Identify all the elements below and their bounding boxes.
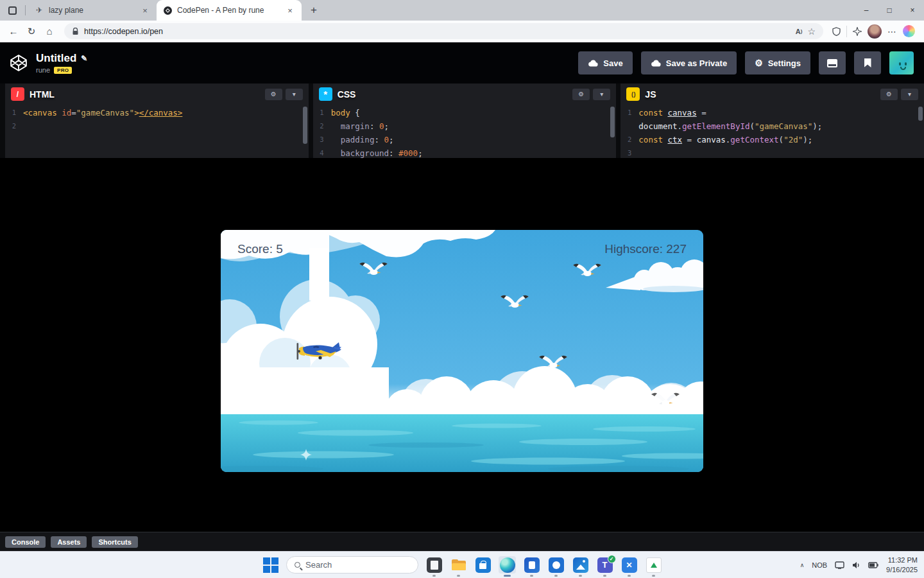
browser-essentials-icon[interactable] bbox=[832, 27, 841, 36]
taskbar-search[interactable]: Search bbox=[286, 556, 418, 574]
code-line[interactable]: 3 padding: 0; bbox=[313, 133, 617, 146]
lock-icon bbox=[72, 28, 79, 35]
change-view-button[interactable] bbox=[819, 51, 846, 74]
code-line[interactable]: 1const canvas = bbox=[620, 106, 924, 119]
close-window-button[interactable]: × bbox=[901, 0, 924, 21]
panel-settings-icon[interactable]: ⚙ bbox=[880, 89, 898, 100]
scrollbar[interactable] bbox=[918, 107, 923, 121]
tab-codepen[interactable]: CodePen - A Pen by rune × bbox=[157, 0, 302, 21]
preview-area: Score: 5 Highscore: 227 bbox=[0, 158, 924, 532]
chevron-down-icon[interactable]: ▾ bbox=[901, 89, 918, 100]
address-bar[interactable]: https://codepen.io/pen A) ☆ bbox=[64, 23, 823, 39]
edit-title-icon[interactable]: ✎ bbox=[81, 54, 87, 63]
refresh-icon[interactable]: ↻ bbox=[23, 23, 40, 40]
outlook-app-icon[interactable] bbox=[547, 556, 565, 574]
airplane-favicon: ✈ bbox=[35, 6, 44, 15]
language-indicator[interactable]: NOB bbox=[812, 561, 827, 569]
new-tab-button[interactable]: + bbox=[305, 2, 322, 19]
tab-divider bbox=[25, 5, 26, 15]
favorite-star-icon[interactable]: ☆ bbox=[807, 26, 816, 37]
defender-app-icon[interactable]: ✕ bbox=[620, 556, 638, 574]
system-tray: ∧ NOB 11:32 PM 9/16/2025 bbox=[800, 552, 918, 578]
photos-app-icon[interactable] bbox=[572, 556, 589, 574]
start-button[interactable] bbox=[262, 556, 279, 574]
speaker-icon[interactable] bbox=[852, 561, 860, 569]
more-menu-icon[interactable]: ⋯ bbox=[887, 26, 897, 37]
battery-icon[interactable] bbox=[868, 562, 878, 568]
codepen-footer: Console Assets Shortcuts bbox=[0, 532, 924, 551]
code-line[interactable]: 1<canvas id="gameCanvas"></canvas> bbox=[5, 106, 309, 119]
clock[interactable]: 11:32 PM 9/16/2025 bbox=[886, 556, 918, 574]
chevron-down-icon[interactable]: ▾ bbox=[593, 89, 610, 100]
save-as-private-button[interactable]: Save as Private bbox=[641, 51, 737, 74]
tab-lazy-plane[interactable]: ✈ lazy plane × bbox=[28, 0, 157, 21]
edge-browser-icon[interactable] bbox=[499, 556, 516, 574]
js-code-area[interactable]: 1const canvas =document.getElementById("… bbox=[620, 105, 924, 158]
browser-toolbar: ← ↻ ⌂ https://codepen.io/pen A) ☆ ⋯ bbox=[0, 21, 924, 42]
tab-title: lazy plane bbox=[49, 6, 135, 15]
css-code-area[interactable]: 1body {2 margin: 0;3 padding: 0;4 backgr… bbox=[313, 105, 617, 158]
code-line[interactable]: document.getElementById("gameCanvas"); bbox=[620, 119, 924, 133]
tab-title: CodePen - A Pen by rune bbox=[177, 6, 280, 15]
html-language-icon: / bbox=[11, 87, 24, 101]
panel-title: CSS bbox=[338, 89, 356, 100]
settings-button[interactable]: ⚙ Settings bbox=[745, 51, 810, 74]
css-language-icon: * bbox=[319, 87, 332, 101]
display-icon[interactable] bbox=[835, 561, 844, 569]
microsoft-store-icon[interactable] bbox=[474, 556, 492, 574]
code-line[interactable]: 2const ctx = canvas.getContext("2d"); bbox=[620, 133, 924, 146]
panel-settings-icon[interactable]: ⚙ bbox=[572, 89, 590, 100]
notepad-app-icon[interactable] bbox=[425, 556, 443, 574]
score-text: Score: 5 bbox=[237, 242, 283, 256]
css-editor-panel: * CSS ⚙ ▾ 1body {2 margin: 0;3 padding: … bbox=[313, 83, 617, 158]
profile-avatar[interactable] bbox=[868, 24, 882, 39]
codepen-favicon bbox=[163, 6, 172, 15]
pin-button[interactable] bbox=[854, 51, 881, 74]
search-placeholder: Search bbox=[305, 560, 332, 570]
mail-app-icon[interactable] bbox=[523, 556, 540, 574]
check-badge-icon: ✓ bbox=[608, 555, 616, 563]
bookmark-icon bbox=[864, 58, 871, 67]
home-icon[interactable]: ⌂ bbox=[41, 23, 58, 40]
collections-icon[interactable] bbox=[853, 27, 862, 36]
pro-badge: PRO bbox=[54, 67, 72, 74]
workspace-icon[interactable] bbox=[6, 4, 19, 17]
close-tab-icon[interactable]: × bbox=[285, 6, 295, 15]
save-button[interactable]: Save bbox=[578, 51, 632, 74]
assets-button[interactable]: Assets bbox=[51, 536, 87, 548]
panel-settings-icon[interactable]: ⚙ bbox=[265, 89, 282, 100]
code-line[interactable]: 4 background: #000; bbox=[313, 146, 617, 158]
codepen-logo-icon[interactable] bbox=[9, 53, 28, 73]
maximize-button[interactable]: □ bbox=[878, 0, 901, 21]
document-upload-icon[interactable] bbox=[645, 556, 662, 574]
code-line[interactable]: 1body { bbox=[313, 106, 617, 119]
code-line[interactable]: 3 bbox=[620, 146, 924, 158]
close-tab-icon[interactable]: × bbox=[140, 6, 150, 15]
url-text: https://codepen.io/pen bbox=[84, 27, 791, 36]
html-code-area[interactable]: 1<canvas id="gameCanvas"></canvas>2 bbox=[5, 105, 309, 133]
scrollbar[interactable] bbox=[303, 107, 307, 144]
code-line[interactable]: 2 bbox=[5, 119, 309, 133]
console-button[interactable]: Console bbox=[5, 536, 46, 548]
toolbar-divider bbox=[846, 26, 847, 37]
minimize-button[interactable]: – bbox=[855, 0, 878, 21]
author-name[interactable]: rune bbox=[36, 66, 50, 74]
html-editor-panel: / HTML ⚙ ▾ 1<canvas id="gameCanvas"></ca… bbox=[5, 83, 309, 158]
game-canvas[interactable]: Score: 5 Highscore: 227 bbox=[221, 230, 703, 472]
read-aloud-icon[interactable]: A) bbox=[796, 28, 803, 35]
code-line[interactable]: 2 margin: 0; bbox=[313, 119, 617, 133]
tray-chevron-icon[interactable]: ∧ bbox=[800, 562, 805, 568]
back-icon[interactable]: ← bbox=[5, 23, 22, 40]
chevron-down-icon[interactable]: ▾ bbox=[286, 89, 303, 100]
gear-icon: ⚙ bbox=[755, 58, 763, 68]
shortcuts-button[interactable]: Shortcuts bbox=[92, 536, 137, 548]
search-icon bbox=[295, 562, 300, 568]
teams-app-icon[interactable]: T✓ bbox=[596, 556, 613, 574]
browser-tab-strip: ✈ lazy plane × CodePen - A Pen by rune ×… bbox=[0, 0, 924, 21]
user-avatar[interactable] bbox=[889, 51, 914, 74]
copilot-icon[interactable] bbox=[903, 25, 915, 37]
file-explorer-icon[interactable] bbox=[450, 556, 467, 574]
pen-title-block: Untitled ✎ rune PRO bbox=[36, 52, 87, 74]
panel-title: JS bbox=[645, 89, 656, 100]
scrollbar[interactable] bbox=[610, 107, 615, 137]
